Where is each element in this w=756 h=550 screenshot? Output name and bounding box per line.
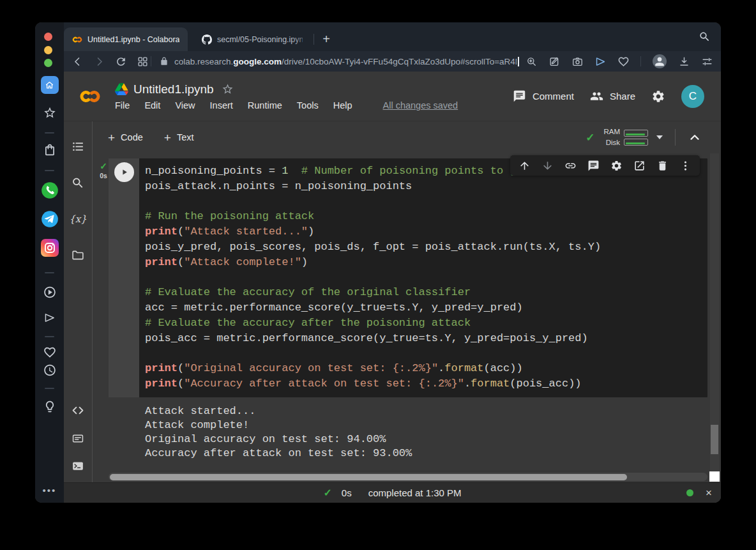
window-minimize-button[interactable] [44, 46, 52, 54]
vertical-scrollbar-thumb[interactable] [711, 425, 718, 454]
lock-icon[interactable] [160, 57, 169, 66]
run-cell-button[interactable] [114, 162, 134, 182]
close-status-icon[interactable]: × [706, 487, 712, 498]
user-avatar[interactable]: C [681, 85, 704, 108]
horizontal-scrollbar-thumb[interactable] [110, 474, 627, 480]
tab-colab[interactable]: Untitled1.ipynb - Colaboratory [64, 27, 188, 51]
sidebar-divider [45, 132, 54, 134]
link-to-cell-icon[interactable] [564, 160, 577, 172]
move-cell-up-icon[interactable] [518, 160, 531, 172]
settings-gear-icon[interactable] [651, 89, 665, 103]
files-folder-icon[interactable] [72, 248, 85, 262]
settings-tune-icon[interactable] [701, 56, 713, 68]
reload-icon[interactable] [115, 56, 127, 68]
horizontal-scrollbar[interactable] [109, 473, 707, 481]
code-line[interactable]: print("Attack started...") [145, 224, 707, 240]
instagram-icon[interactable] [41, 239, 59, 257]
find-replace-icon[interactable] [72, 176, 85, 190]
move-cell-down-icon[interactable] [541, 160, 554, 172]
screenshot-camera-icon[interactable] [571, 56, 584, 68]
sidebar-divider [45, 336, 54, 337]
vertical-scrollbar[interactable] [710, 153, 719, 471]
window-close-button[interactable] [44, 33, 52, 41]
save-status[interactable]: All changes saved [383, 100, 458, 111]
menu-help[interactable]: Help [333, 100, 352, 111]
heart-icon[interactable] [43, 346, 56, 359]
code-snippets-icon[interactable] [72, 404, 85, 417]
notebook-title[interactable]: Untitled1.ipynb [133, 82, 214, 96]
menu-edit[interactable]: Edit [144, 100, 160, 111]
resource-meters[interactable] [624, 130, 648, 146]
send-icon[interactable] [43, 311, 56, 325]
output-line: Original accuracy on test set: 94.00% [145, 432, 707, 447]
code-line[interactable]: # Run the poisoning attack [145, 209, 707, 224]
add-comment-icon[interactable] [587, 160, 600, 172]
edit-pin-icon[interactable] [548, 56, 561, 68]
variables-icon[interactable]: {x} [69, 213, 87, 225]
cell-settings-gear-icon[interactable] [610, 160, 623, 172]
code-line[interactable]: acc = metric.performance_score(y_true=ts… [145, 300, 707, 316]
code-line[interactable]: print("Accuracy after attack on test set… [145, 376, 707, 392]
code-cell: n_poisoning_points = 1 # Number of poiso… [109, 158, 707, 397]
code-line[interactable]: pois_acc = metric.performance_score(y_tr… [145, 331, 707, 346]
more-icon[interactable]: ••• [35, 485, 64, 496]
code-line[interactable]: # Evaluate the accuracy after the poison… [145, 316, 707, 331]
downloads-icon[interactable] [678, 56, 690, 68]
add-code-button[interactable]: + Code [108, 132, 143, 144]
code-line[interactable]: pois_attack.n_points = n_poisoning_point… [145, 179, 707, 194]
tab-github[interactable]: secml/05-Poisoning.ipynb at ma [193, 27, 311, 51]
more-cell-actions-icon[interactable] [679, 160, 692, 172]
delete-cell-icon[interactable] [656, 160, 669, 172]
star-notebook-icon[interactable] [222, 83, 234, 95]
bookmarks-star-icon[interactable] [43, 106, 56, 119]
share-button[interactable]: Share [590, 89, 635, 103]
tabs-grid-icon[interactable] [137, 56, 149, 68]
menu-file[interactable]: File [115, 100, 130, 111]
window-maximize-button[interactable] [44, 59, 52, 67]
notebook-area: ✓ 0s n_poisoning_points = 1 [93, 153, 721, 482]
menu-tools[interactable]: Tools [297, 100, 319, 111]
code-line[interactable] [145, 194, 707, 210]
search-icon[interactable] [699, 31, 711, 43]
telegram-icon[interactable] [41, 210, 59, 228]
status-exec-time: 0s [342, 487, 352, 498]
table-of-contents-icon[interactable] [72, 140, 85, 153]
screenshot-stage: ••• Untitled1.ipynb - Colaboratory secml… [0, 0, 756, 550]
history-clock-icon[interactable] [43, 363, 56, 377]
code-line[interactable]: print("Original accuracy on test set: {:… [145, 361, 707, 376]
favorite-heart-icon[interactable] [617, 56, 630, 68]
sidebar-item-home[interactable] [41, 76, 59, 94]
code-line[interactable] [145, 346, 707, 362]
forward-icon[interactable] [93, 56, 105, 68]
output-line: Attack complete! [145, 418, 707, 432]
menu-view[interactable]: View [175, 100, 195, 111]
open-in-tab-icon[interactable] [633, 160, 646, 172]
sidebar-divider [45, 170, 54, 171]
whatsapp-icon[interactable] [41, 181, 59, 199]
terminal-icon[interactable] [72, 459, 85, 473]
code-line[interactable] [145, 270, 707, 286]
resources-dropdown-icon[interactable] [656, 135, 663, 139]
url-text[interactable]: colab.research.google.com/drive/10cboAW-… [174, 57, 517, 66]
video-play-icon[interactable] [43, 286, 56, 299]
send-to-device-icon[interactable] [594, 56, 607, 68]
collapse-header-icon[interactable] [688, 130, 702, 144]
cell-toolbar [510, 155, 700, 176]
shopping-bag-icon[interactable] [43, 143, 56, 157]
new-tab-button[interactable]: + [319, 31, 334, 47]
code-line[interactable]: pois_y_pred, pois_scores, pois_ds, f_opt… [145, 240, 707, 255]
add-text-button[interactable]: + Text [164, 132, 194, 144]
code-line[interactable]: # Evaluate the accuracy of the original … [145, 285, 707, 300]
comment-button[interactable]: Comment [513, 89, 574, 103]
back-icon[interactable] [72, 56, 84, 68]
menu-insert[interactable]: Insert [210, 100, 233, 111]
menu-runtime[interactable]: Runtime [248, 100, 282, 111]
status-message: completed at 1:30 PM [368, 487, 462, 498]
code-editor[interactable]: n_poisoning_points = 1 # Number of poiso… [139, 158, 707, 397]
code-line[interactable]: print("Attack complete!") [145, 255, 707, 270]
command-palette-icon[interactable] [72, 432, 85, 445]
colab-page: Untitled1.ipynb FileEditViewInsertRuntim… [64, 72, 721, 503]
zoom-in-icon[interactable] [525, 56, 538, 68]
profile-avatar-icon[interactable] [652, 54, 667, 69]
lightbulb-icon[interactable] [43, 400, 56, 413]
